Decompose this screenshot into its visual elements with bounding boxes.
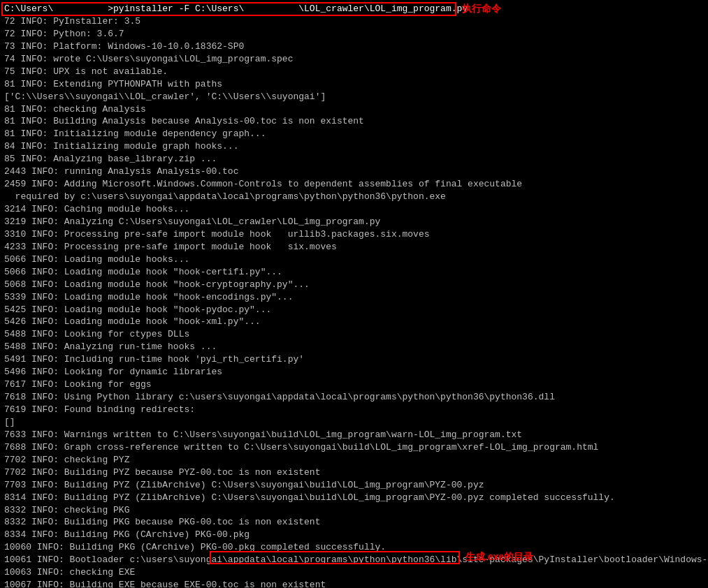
terminal-line: 81 INFO: checking Analysis xyxy=(4,103,704,116)
terminal-line: C:\Users\ >pyinstaller -F C:\Users\ \LOL… xyxy=(4,3,704,15)
terminal-line: 3310 INFO: Processing pre-safe import mo… xyxy=(4,228,704,241)
terminal-line: 81 INFO: Building Analysis because Analy… xyxy=(4,115,704,128)
annotation-exe-dir: 生成.exe的目录 xyxy=(465,551,533,564)
terminal-line: 5066 INFO: Loading module hooks... xyxy=(4,253,704,266)
terminal-line: 7688 INFO: Graph cross-reference written… xyxy=(4,441,704,454)
terminal-line: 5496 INFO: Looking for dynamic libraries xyxy=(4,366,704,378)
terminal-line: 7619 INFO: Found binding redirects: xyxy=(4,404,704,416)
terminal-line: 5426 INFO: Loading module hook "hook-xml… xyxy=(4,316,704,328)
terminal-line: 5491 INFO: Including run-time hook 'pyi_… xyxy=(4,353,704,366)
terminal-line: 8332 INFO: checking PKG xyxy=(4,504,704,517)
terminal-line: 8332 INFO: Building PKG because PKG-00.t… xyxy=(4,516,704,529)
terminal-output: C:\Users\ >pyinstaller -F C:\Users\ \LOL… xyxy=(4,3,704,588)
terminal-line: 85 INFO: Analyzing base_library.zip ... xyxy=(4,153,704,166)
terminal-line: [] xyxy=(4,416,704,429)
terminal-line: 72 INFO: Python: 3.6.7 xyxy=(4,28,704,41)
terminal-line: 5488 INFO: Analyzing run-time hooks ... xyxy=(4,341,704,353)
terminal-line: 81 INFO: Extending PYTHONPATH with paths xyxy=(4,78,704,91)
terminal-line: 10060 INFO: Building PKG (CArchive) PKG-… xyxy=(4,541,704,554)
terminal-line: required by c:\users\suyongai\appdata\lo… xyxy=(4,191,704,203)
terminal-line: 4233 INFO: Processing pre-safe import mo… xyxy=(4,241,704,253)
terminal-line: 75 INFO: UPX is not available. xyxy=(4,66,704,78)
terminal-line: 10061 INFO: Bootloader c:\users\suyongai… xyxy=(4,554,704,566)
terminal-window: C:\Users\ >pyinstaller -F C:\Users\ \LOL… xyxy=(0,0,708,588)
terminal-line: 2459 INFO: Adding Microsoft.Windows.Comm… xyxy=(4,178,704,191)
annotation-execute-command: 执行命令 xyxy=(462,3,501,15)
terminal-line: 10067 INFO: Building EXE because EXE-00.… xyxy=(4,579,704,588)
terminal-line: 2443 INFO: running Analysis Analysis-00.… xyxy=(4,166,704,178)
terminal-line: 3214 INFO: Caching module hooks... xyxy=(4,203,704,216)
terminal-line: 81 INFO: Initializing module dependency … xyxy=(4,128,704,140)
terminal-line: 3219 INFO: Analyzing C:\Users\suyongai\L… xyxy=(4,216,704,228)
terminal-line: 7618 INFO: Using Python library c:\users… xyxy=(4,391,704,404)
terminal-line: 74 INFO: wrote C:\Users\suyongai\LOL_img… xyxy=(4,53,704,66)
terminal-line: 5339 INFO: Loading module hook "hook-enc… xyxy=(4,291,704,304)
terminal-line: 72 INFO: PyInstaller: 3.5 xyxy=(4,15,704,28)
terminal-line: 7702 INFO: checking PYZ xyxy=(4,454,704,466)
terminal-line: ['C:\\Users\\suyongai\\LOL_crawler', 'C:… xyxy=(4,91,704,103)
terminal-line: 8334 INFO: Building PKG (CArchive) PKG-0… xyxy=(4,529,704,541)
terminal-line: 7703 INFO: Building PYZ (ZlibArchive) C:… xyxy=(4,479,704,492)
terminal-line: 10063 INFO: checking EXE xyxy=(4,566,704,579)
terminal-line: 7633 INFO: Warnings written to C:\Users\… xyxy=(4,429,704,441)
terminal-line: 5425 INFO: Loading module hook "hook-pyd… xyxy=(4,304,704,316)
terminal-line: 5066 INFO: Loading module hook "hook-cer… xyxy=(4,266,704,279)
terminal-line: 5068 INFO: Loading module hook "hook-cry… xyxy=(4,279,704,291)
terminal-line: 84 INFO: Initializing module graph hooks… xyxy=(4,140,704,153)
terminal-line: 7617 INFO: Looking for eggs xyxy=(4,378,704,391)
terminal-line: 8314 INFO: Building PYZ (ZlibArchive) C:… xyxy=(4,492,704,504)
terminal-line: 5488 INFO: Looking for ctypes DLLs xyxy=(4,328,704,341)
terminal-line: 7702 INFO: Building PYZ because PYZ-00.t… xyxy=(4,466,704,479)
terminal-line: 73 INFO: Platform: Windows-10-10.0.18362… xyxy=(4,41,704,53)
